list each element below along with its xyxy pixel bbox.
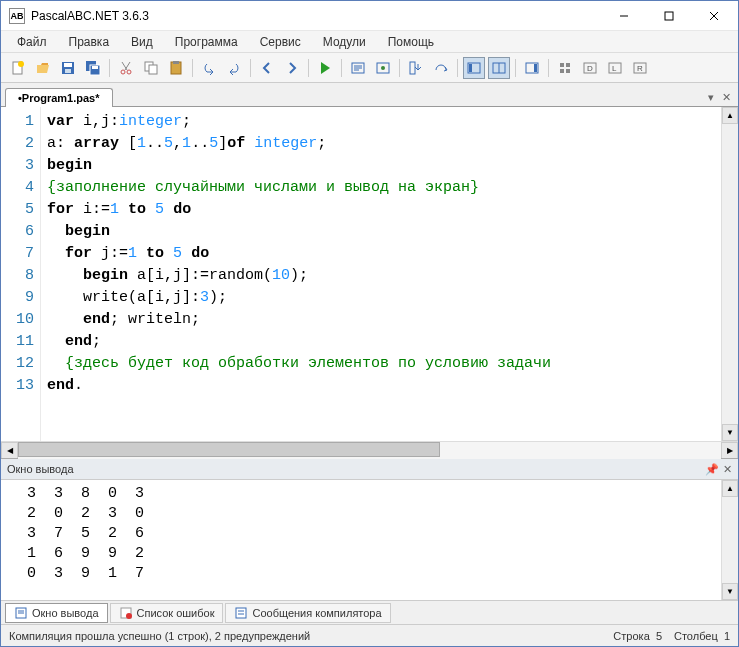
paste-icon[interactable] bbox=[165, 57, 187, 79]
line-number: 9 bbox=[1, 287, 34, 309]
tab-close-icon[interactable]: ✕ bbox=[719, 91, 734, 104]
window-r-icon[interactable]: R bbox=[629, 57, 651, 79]
status-message: Компиляция прошла успешно (1 строк), 2 п… bbox=[9, 630, 601, 642]
line-number: 3 bbox=[1, 155, 34, 177]
line-number: 11 bbox=[1, 331, 34, 353]
scroll-right-icon[interactable]: ▶ bbox=[721, 442, 738, 459]
bottom-tab-errors[interactable]: Список ошибок bbox=[110, 603, 224, 623]
code-editor[interactable]: 12345678910111213 var i,j:integer;a: arr… bbox=[1, 107, 738, 441]
toggle-2-icon[interactable] bbox=[488, 57, 510, 79]
toolbar: D L R bbox=[1, 53, 738, 83]
toolbar-separator bbox=[109, 59, 110, 77]
output-text[interactable]: 3 3 8 0 3 2 0 2 3 0 3 7 5 2 6 1 6 9 9 2 … bbox=[1, 480, 721, 600]
file-tab[interactable]: •Program1.pas* bbox=[5, 88, 113, 107]
close-button[interactable] bbox=[691, 2, 736, 30]
compile-icon[interactable] bbox=[347, 57, 369, 79]
nav-back-icon[interactable] bbox=[256, 57, 278, 79]
line-number: 12 bbox=[1, 353, 34, 375]
line-number: 13 bbox=[1, 375, 34, 397]
scroll-down-icon[interactable]: ▼ bbox=[722, 424, 738, 441]
toggle-3-icon[interactable] bbox=[521, 57, 543, 79]
toolbar-separator bbox=[250, 59, 251, 77]
undo-icon[interactable] bbox=[198, 57, 220, 79]
menu-edit[interactable]: Правка bbox=[59, 33, 120, 51]
output-panel-header: Окно вывода 📌 ✕ bbox=[1, 458, 738, 480]
code-line[interactable]: begin a[i,j]:=random(10); bbox=[47, 265, 721, 287]
menu-help[interactable]: Помощь bbox=[378, 33, 444, 51]
editor-hscrollbar[interactable]: ◀ ▶ bbox=[1, 441, 738, 458]
menu-modules[interactable]: Модули bbox=[313, 33, 376, 51]
scroll-up-icon[interactable]: ▲ bbox=[722, 480, 738, 497]
code-line[interactable]: {здесь будет код обработки элементов по … bbox=[47, 353, 721, 375]
line-number: 1 bbox=[1, 111, 34, 133]
scroll-track[interactable] bbox=[18, 442, 721, 459]
save-icon[interactable] bbox=[57, 57, 79, 79]
bottom-tab-output[interactable]: Окно вывода bbox=[5, 603, 108, 623]
svg-rect-17 bbox=[173, 61, 179, 64]
svg-rect-27 bbox=[534, 64, 537, 72]
step-into-icon[interactable] bbox=[405, 57, 427, 79]
scroll-thumb[interactable] bbox=[18, 442, 440, 457]
code-line[interactable]: begin bbox=[47, 155, 721, 177]
tab-bar: •Program1.pas* ▾ ✕ bbox=[1, 83, 738, 107]
new-file-icon[interactable] bbox=[7, 57, 29, 79]
options-icon[interactable] bbox=[554, 57, 576, 79]
scroll-track[interactable] bbox=[722, 497, 738, 583]
menu-service[interactable]: Сервис bbox=[250, 33, 311, 51]
svg-text:L: L bbox=[612, 64, 617, 73]
code-line[interactable]: for j:=1 to 5 do bbox=[47, 243, 721, 265]
toolbar-separator bbox=[308, 59, 309, 77]
run-icon[interactable] bbox=[314, 57, 336, 79]
code-line[interactable]: write(a[i,j]:3); bbox=[47, 287, 721, 309]
scroll-down-icon[interactable]: ▼ bbox=[722, 583, 738, 600]
toggle-1-icon[interactable] bbox=[463, 57, 485, 79]
pin-icon[interactable]: 📌 bbox=[705, 463, 719, 476]
nav-forward-icon[interactable] bbox=[281, 57, 303, 79]
minimize-button[interactable] bbox=[601, 2, 646, 30]
code-line[interactable]: a: array [1..5,1..5]of integer; bbox=[47, 133, 721, 155]
code-line[interactable]: var i,j:integer; bbox=[47, 111, 721, 133]
panel-close-icon[interactable]: ✕ bbox=[723, 463, 732, 476]
code-line[interactable]: end; writeln; bbox=[47, 309, 721, 331]
menu-view[interactable]: Вид bbox=[121, 33, 163, 51]
svg-rect-28 bbox=[560, 63, 564, 67]
cut-icon[interactable] bbox=[115, 57, 137, 79]
maximize-button[interactable] bbox=[646, 2, 691, 30]
code-line[interactable]: end. bbox=[47, 375, 721, 397]
step-over-icon[interactable] bbox=[430, 57, 452, 79]
svg-point-20 bbox=[381, 66, 385, 70]
line-number: 10 bbox=[1, 309, 34, 331]
menu-program[interactable]: Программа bbox=[165, 33, 248, 51]
code-line[interactable]: for i:=1 to 5 do bbox=[47, 199, 721, 221]
toolbar-separator bbox=[341, 59, 342, 77]
menu-file[interactable]: Файл bbox=[7, 33, 57, 51]
copy-icon[interactable] bbox=[140, 57, 162, 79]
redo-icon[interactable] bbox=[223, 57, 245, 79]
status-bar: Компиляция прошла успешно (1 строк), 2 п… bbox=[1, 624, 738, 646]
build-icon[interactable] bbox=[372, 57, 394, 79]
line-number: 6 bbox=[1, 221, 34, 243]
scroll-left-icon[interactable]: ◀ bbox=[1, 442, 18, 459]
code-area[interactable]: var i,j:integer;a: array [1..5,1..5]of i… bbox=[41, 107, 721, 441]
open-file-icon[interactable] bbox=[32, 57, 54, 79]
line-number: 7 bbox=[1, 243, 34, 265]
output-vscrollbar[interactable]: ▲ ▼ bbox=[721, 480, 738, 600]
window-l-icon[interactable]: L bbox=[604, 57, 626, 79]
window-d-icon[interactable]: D bbox=[579, 57, 601, 79]
editor-vscrollbar[interactable]: ▲ ▼ bbox=[721, 107, 738, 441]
tab-dropdown-icon[interactable]: ▾ bbox=[705, 91, 717, 104]
svg-rect-8 bbox=[65, 69, 71, 73]
scroll-up-icon[interactable]: ▲ bbox=[722, 107, 738, 124]
code-line[interactable]: begin bbox=[47, 221, 721, 243]
svg-rect-31 bbox=[566, 69, 570, 73]
svg-rect-30 bbox=[560, 69, 564, 73]
scroll-track[interactable] bbox=[722, 124, 738, 424]
bottom-tab-compiler[interactable]: Сообщения компилятора bbox=[225, 603, 390, 623]
svg-rect-1 bbox=[665, 12, 673, 20]
svg-rect-7 bbox=[64, 63, 72, 67]
code-line[interactable]: end; bbox=[47, 331, 721, 353]
code-line[interactable]: {заполнение случайными числами и вывод н… bbox=[47, 177, 721, 199]
status-column: Столбец 1 bbox=[674, 630, 730, 642]
save-all-icon[interactable] bbox=[82, 57, 104, 79]
app-icon: AB bbox=[9, 8, 25, 24]
